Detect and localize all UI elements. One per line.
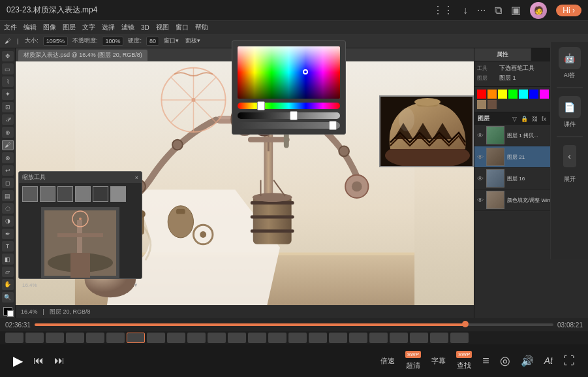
subtitle-button[interactable]: 字幕: [431, 356, 446, 366]
menu-image[interactable]: 图像: [43, 23, 56, 32]
stamp-tool[interactable]: ⊗: [2, 152, 14, 163]
hand-tool[interactable]: ✋: [2, 279, 14, 289]
chapter-thumb-3[interactable]: [46, 333, 64, 343]
playlist-button[interactable]: ≡: [482, 354, 489, 368]
small-panel-main-thumb[interactable]: [41, 207, 119, 279]
swatch-tan[interactable]: [477, 100, 486, 109]
swatch-orange[interactable]: [487, 90, 497, 99]
next-chapter-button[interactable]: ⏭: [54, 355, 65, 367]
pip-icon[interactable]: ⧉: [495, 5, 502, 16]
toolbar-windows-btn[interactable]: 窗口▾: [162, 36, 181, 46]
asset-thumb-6[interactable]: [110, 186, 126, 202]
chapter-thumb-19[interactable]: [369, 333, 388, 343]
chapter-thumb-9[interactable]: [167, 333, 185, 343]
chapter-thumb-21[interactable]: [410, 333, 428, 343]
chapter-thumb-8[interactable]: [147, 333, 165, 343]
select-rect-tool[interactable]: ▭: [2, 63, 14, 74]
chapter-thumb-15[interactable]: [288, 333, 307, 343]
value-thumb[interactable]: [290, 111, 298, 120]
brush-size-input[interactable]: 1095%: [43, 37, 68, 46]
swatch-brown[interactable]: [487, 100, 497, 109]
more-icon[interactable]: ···: [477, 5, 486, 16]
brush-tool-btn[interactable]: 🖌: [3, 37, 12, 45]
menu-select[interactable]: 选择: [102, 23, 115, 32]
lasso-tool[interactable]: ⌇: [2, 76, 14, 87]
value-slider[interactable]: [238, 112, 340, 119]
swatch-cyan[interactable]: [519, 90, 528, 99]
canvas-tab[interactable]: 材质深入表达.psd @ 16.4% (图层 20, RGB/8): [18, 50, 147, 61]
find-button[interactable]: SWP 查找: [456, 351, 472, 370]
speed-button[interactable]: 倍速: [380, 356, 395, 366]
heal-tool[interactable]: ⊕: [2, 127, 14, 137]
toolbar-panels-btn[interactable]: 面板▾: [183, 36, 202, 46]
hi-button[interactable]: Hi ›: [556, 5, 581, 16]
chapter-thumb-10[interactable]: [187, 333, 206, 343]
move-tool[interactable]: ✥: [2, 51, 14, 61]
menu-layer[interactable]: 图层: [63, 23, 76, 32]
gradient-tool[interactable]: ▤: [2, 190, 14, 201]
chapter-thumb-4[interactable]: [66, 333, 84, 343]
zoom-tool[interactable]: 🔍: [2, 292, 14, 303]
avatar[interactable]: 🧑: [530, 2, 547, 19]
color-picker-popup[interactable]: [232, 41, 346, 135]
tab-properties[interactable]: 属性: [474, 48, 531, 61]
ai-answer-button[interactable]: 🤖 AI答: [559, 47, 581, 80]
swatch-yellow[interactable]: [498, 90, 507, 99]
fullscreen-button[interactable]: ⛶: [563, 354, 575, 368]
layers-link-icon[interactable]: ⛓: [532, 116, 538, 122]
chapter-thumb-20[interactable]: [390, 333, 408, 343]
chapter-thumb-23[interactable]: [450, 333, 469, 343]
layers-style-icon[interactable]: fx: [542, 116, 546, 122]
layer-eye-4[interactable]: 👁: [477, 197, 484, 204]
chapter-thumb-5[interactable]: [86, 333, 104, 343]
color-spectrum[interactable]: [238, 46, 340, 99]
fg-color-swatch[interactable]: [3, 307, 12, 316]
chapter-thumb-16[interactable]: [309, 333, 327, 343]
opacity-thumb[interactable]: [329, 121, 337, 130]
hardness-input[interactable]: 80: [146, 37, 159, 46]
asset-thumb-5[interactable]: [93, 186, 108, 202]
window-icon[interactable]: ▣: [511, 4, 521, 16]
magic-wand-tool[interactable]: ✦: [2, 89, 14, 99]
asset-thumb-2[interactable]: [40, 186, 55, 202]
path-select-tool[interactable]: ◧: [2, 254, 14, 264]
hue-thumb[interactable]: [257, 101, 265, 110]
layer-eye-2[interactable]: 👁: [477, 154, 484, 161]
volume-button[interactable]: 🔊: [521, 355, 534, 367]
brush-tool[interactable]: 🖌: [2, 140, 14, 151]
swatch-green[interactable]: [508, 90, 518, 99]
progress-thumb[interactable]: [462, 321, 469, 327]
play-button[interactable]: ▶: [13, 353, 23, 369]
share-icon[interactable]: ⋮⋮: [433, 4, 454, 16]
chapter-thumb-11[interactable]: [208, 333, 226, 343]
type-tool[interactable]: T: [2, 241, 14, 252]
layer-eye-1[interactable]: 👁: [477, 132, 484, 139]
swatch-red[interactable]: [477, 90, 486, 99]
menu-file[interactable]: 文件: [4, 23, 17, 32]
chapter-thumb-18[interactable]: [349, 333, 367, 343]
chapter-thumb-6[interactable]: [106, 333, 125, 343]
hue-slider[interactable]: [238, 103, 340, 109]
asset-thumb-4[interactable]: [75, 186, 91, 202]
opacity-input[interactable]: 100%: [102, 37, 123, 46]
chapter-thumb-12[interactable]: [228, 333, 246, 343]
menu-view[interactable]: 视图: [156, 23, 169, 32]
courseware-button[interactable]: 📄 课件: [559, 96, 581, 129]
dodge-tool[interactable]: ◑: [2, 216, 14, 226]
layer-eye-3[interactable]: 👁: [477, 175, 484, 182]
clarity-button[interactable]: SWP 超清: [405, 351, 421, 370]
menu-edit[interactable]: 编辑: [23, 23, 37, 32]
blur-tool[interactable]: ◌: [2, 203, 14, 214]
chapter-thumb-1[interactable]: [5, 333, 23, 343]
progress-bar-bg[interactable]: [35, 323, 553, 326]
chapter-thumb-22[interactable]: [430, 333, 448, 343]
asset-thumb-3[interactable]: [57, 186, 73, 202]
danmu-button[interactable]: ◎: [500, 353, 510, 368]
crop-tool[interactable]: ⊡: [2, 102, 14, 112]
history-tool[interactable]: ↩: [2, 165, 14, 176]
shape-tool[interactable]: ▱: [2, 267, 14, 277]
eraser-tool[interactable]: ◻: [2, 178, 14, 188]
menu-type[interactable]: 文字: [82, 23, 95, 32]
chapter-thumb-17[interactable]: [329, 333, 347, 343]
swatch-magenta[interactable]: [540, 90, 549, 99]
